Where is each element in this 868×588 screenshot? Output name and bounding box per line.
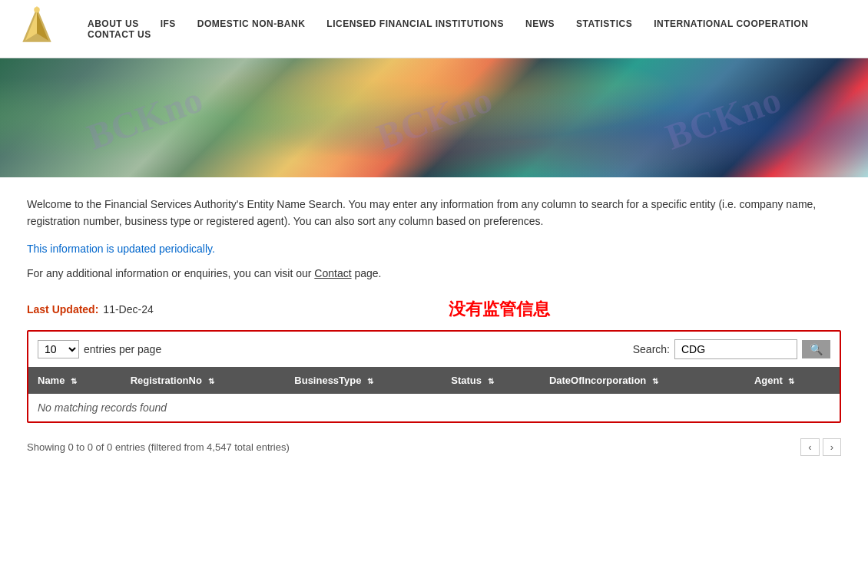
watermark-3: BCKno <box>661 78 787 158</box>
data-table: Name ⇅ RegistrationNo ⇅ BusinessType ⇅ S… <box>28 367 840 421</box>
intro-paragraph-3: For any additional information or enquir… <box>27 267 841 279</box>
table-controls: 10 25 50 100 entries per page Search: 🔍 <box>28 332 840 367</box>
nav-statistics[interactable]: STATISTICS <box>565 18 643 29</box>
col-reg-no[interactable]: RegistrationNo ⇅ <box>121 367 286 394</box>
last-updated-value: 11-Dec-24 <box>103 303 153 315</box>
sort-icon-date: ⇅ <box>652 377 658 385</box>
main-content: Welcome to the Financial Services Author… <box>12 177 856 481</box>
nav-ifs[interactable]: IFS <box>150 18 187 29</box>
nav-international[interactable]: INTERNATIONAL COOPERATION <box>643 18 819 29</box>
watermark-1: BCKno <box>81 78 207 158</box>
nav-links: ABOUT US IFS DOMESTIC NON-BANK LICENSED … <box>77 18 853 40</box>
sort-icon-reg: ⇅ <box>208 377 214 385</box>
intro-paragraph-1: Welcome to the Financial Services Author… <box>27 196 841 230</box>
nav-licensed-financial[interactable]: LICENSED FINANCIAL INSTITUTIONS <box>316 18 515 29</box>
search-label: Search: <box>633 343 670 355</box>
table-header-row: Name ⇅ RegistrationNo ⇅ BusinessType ⇅ S… <box>28 367 840 394</box>
next-page-button[interactable]: › <box>823 438 841 456</box>
logo[interactable] <box>15 6 61 52</box>
hero-banner: BCKno BCKno BCKno <box>0 58 868 177</box>
col-status[interactable]: Status ⇅ <box>442 367 540 394</box>
entries-per-page-select[interactable]: 10 25 50 100 <box>38 340 79 358</box>
nav-domestic-non-bank[interactable]: DOMESTIC NON-BANK <box>187 18 316 29</box>
nav-contact-us[interactable]: CONTACT US <box>77 29 162 40</box>
pagination-controls: ‹ › <box>800 438 841 456</box>
nav-about-us[interactable]: ABOUT US <box>77 18 150 29</box>
intro-paragraph-2: This information is updated periodically… <box>27 243 841 255</box>
col-date[interactable]: DateOfIncorporation ⇅ <box>540 367 745 394</box>
col-business-type[interactable]: BusinessType ⇅ <box>285 367 442 394</box>
svg-point-3 <box>34 6 39 12</box>
search-control: Search: 🔍 <box>633 339 830 359</box>
navbar: ABOUT US IFS DOMESTIC NON-BANK LICENSED … <box>0 0 868 58</box>
showing-text: Showing 0 to 0 of 0 entries (filtered fr… <box>27 441 290 453</box>
sort-icon-status: ⇅ <box>488 377 494 385</box>
watermark-2: BCKno <box>371 78 497 158</box>
entries-control: 10 25 50 100 entries per page <box>38 340 161 358</box>
no-records-cell: No matching records found <box>28 394 840 421</box>
contact-prefix: For any additional information or enquir… <box>27 267 314 279</box>
prev-page-button[interactable]: ‹ <box>800 438 819 456</box>
entries-label: entries per page <box>84 343 161 355</box>
sort-icon-type: ⇅ <box>367 377 373 385</box>
pagination-row: Showing 0 to 0 of 0 entries (filtered fr… <box>27 432 841 462</box>
watermark-overlay: BCKno BCKno BCKno <box>0 58 868 177</box>
table-section: 10 25 50 100 entries per page Search: 🔍 … <box>27 330 841 423</box>
col-agent[interactable]: Agent ⇅ <box>745 367 840 394</box>
last-updated-label: Last Updated: <box>27 303 98 315</box>
sort-icon-agent: ⇅ <box>788 377 794 385</box>
nav-news[interactable]: NEWS <box>515 18 565 29</box>
search-button[interactable]: 🔍 <box>802 340 830 358</box>
sort-icon-name: ⇅ <box>71 377 77 385</box>
contact-suffix: page. <box>352 267 382 279</box>
table-row-no-records: No matching records found <box>28 394 840 421</box>
search-input[interactable] <box>674 339 797 359</box>
col-name[interactable]: Name ⇅ <box>28 367 121 394</box>
no-regulatory-notice: 没有监管信息 <box>158 298 841 321</box>
contact-link[interactable]: Contact <box>314 267 351 279</box>
last-updated-row: Last Updated: 11-Dec-24 没有监管信息 <box>27 298 841 321</box>
